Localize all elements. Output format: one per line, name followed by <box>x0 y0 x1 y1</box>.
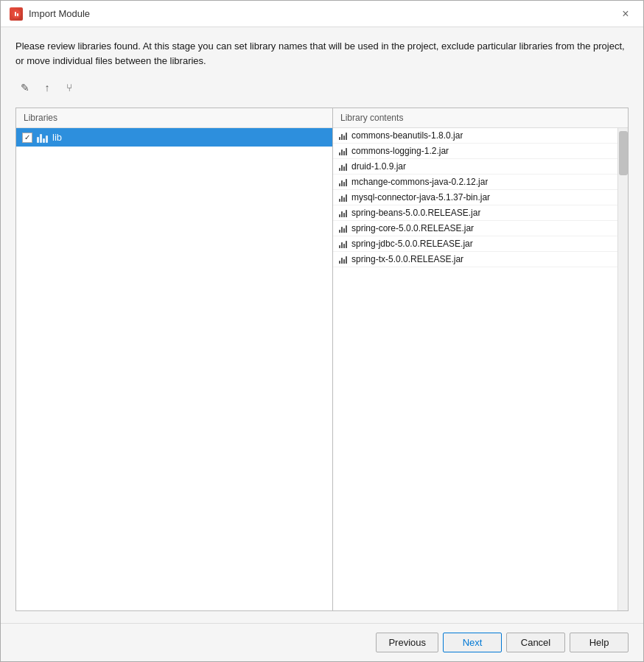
library-item-lib[interactable]: lib <box>16 128 332 147</box>
next-button[interactable]: Next <box>443 633 502 652</box>
import-module-dialog: Import Module × Please review libraries … <box>0 0 644 662</box>
toolbar: ✎ ↑ ⑂ <box>15 77 629 99</box>
library-checkbox[interactable] <box>22 133 32 143</box>
file-icon <box>339 255 347 264</box>
svg-rect-2 <box>17 13 18 16</box>
file-name: spring-core-5.0.0.RELEASE.jar <box>351 223 474 233</box>
file-item[interactable]: spring-tx-5.0.0.RELEASE.jar <box>333 252 617 267</box>
file-item[interactable]: spring-jdbc-5.0.0.RELEASE.jar <box>333 236 617 252</box>
help-button[interactable]: Help <box>570 633 629 652</box>
library-name: lib <box>52 132 62 143</box>
file-name: commons-logging-1.2.jar <box>351 146 449 156</box>
libraries-panel: Libraries lib <box>16 108 333 610</box>
file-item[interactable]: mysql-connector-java-5.1.37-bin.jar <box>333 190 617 205</box>
dialog-footer: Previous Next Cancel Help <box>1 623 643 661</box>
title-bar: Import Module × <box>1 1 643 27</box>
move-up-button[interactable]: ↑ <box>38 78 57 97</box>
svg-rect-1 <box>15 12 16 16</box>
library-contents-panel: Library contents commons-b <box>333 108 628 610</box>
file-item[interactable]: spring-core-5.0.0.RELEASE.jar <box>333 221 617 236</box>
file-icon <box>339 193 347 202</box>
dialog-body: Please review libraries found. At this s… <box>1 27 643 623</box>
file-icon <box>339 239 347 248</box>
file-icon <box>339 224 347 233</box>
edit-button[interactable]: ✎ <box>15 78 35 97</box>
library-contents-header: Library contents <box>333 108 628 128</box>
title-bar-left: Import Module <box>10 7 90 21</box>
dialog-title: Import Module <box>29 8 90 19</box>
file-item[interactable]: mchange-commons-java-0.2.12.jar <box>333 175 617 190</box>
file-icon <box>339 208 347 217</box>
description-text: Please review libraries found. At this s… <box>15 39 629 68</box>
libraries-header: Libraries <box>16 108 332 128</box>
file-icon <box>339 162 347 171</box>
file-name: spring-tx-5.0.0.RELEASE.jar <box>351 254 463 264</box>
file-list: commons-beanutils-1.8.0.jar commons-logg… <box>333 128 617 267</box>
file-item[interactable]: spring-beans-5.0.0.RELEASE.jar <box>333 205 617 221</box>
panels-container: Libraries lib Libra <box>15 108 629 611</box>
file-name: commons-beanutils-1.8.0.jar <box>351 130 463 141</box>
libraries-list: lib <box>16 128 332 610</box>
file-name: druid-1.0.9.jar <box>351 161 406 172</box>
file-name: mchange-commons-java-0.2.12.jar <box>351 177 488 187</box>
file-icon <box>339 131 347 140</box>
app-icon <box>10 7 23 21</box>
file-item[interactable]: commons-logging-1.2.jar <box>333 144 617 159</box>
files-list-container: commons-beanutils-1.8.0.jar commons-logg… <box>333 128 617 610</box>
library-bars-icon <box>37 133 48 143</box>
file-icon <box>339 177 347 186</box>
scrollbar[interactable] <box>617 128 628 610</box>
right-panel-inner: commons-beanutils-1.8.0.jar commons-logg… <box>333 128 628 610</box>
file-icon <box>339 147 347 155</box>
previous-button[interactable]: Previous <box>376 633 438 652</box>
file-name: spring-jdbc-5.0.0.RELEASE.jar <box>351 239 473 249</box>
file-name: mysql-connector-java-5.1.37-bin.jar <box>351 192 490 203</box>
close-button[interactable]: × <box>617 5 634 23</box>
split-button[interactable]: ⑂ <box>60 78 79 97</box>
file-item[interactable]: druid-1.0.9.jar <box>333 159 617 175</box>
cancel-button[interactable]: Cancel <box>506 633 565 652</box>
file-item[interactable]: commons-beanutils-1.8.0.jar <box>333 128 617 144</box>
file-name: spring-beans-5.0.0.RELEASE.jar <box>351 208 480 218</box>
